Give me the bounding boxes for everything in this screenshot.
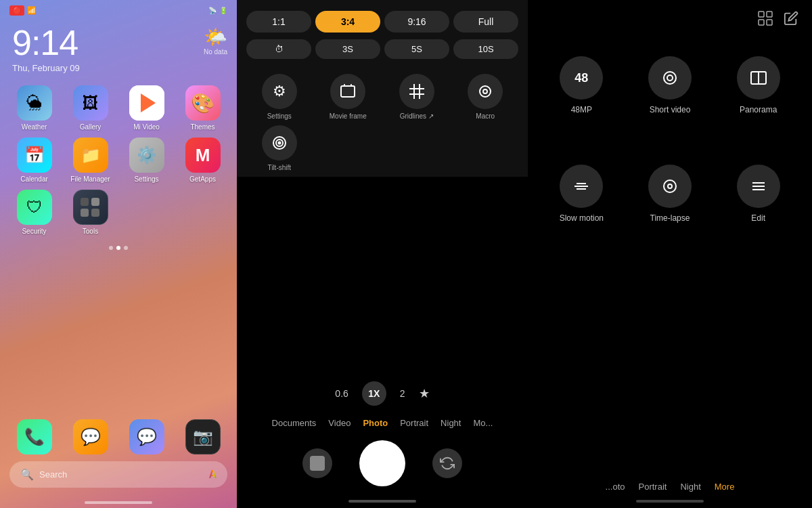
dock-icon-phone: 📞	[17, 419, 52, 454]
gallery-button[interactable]	[302, 448, 332, 478]
more-tab-photo[interactable]: ...oto	[606, 482, 625, 492]
ratio-1-1[interactable]: 1:1	[246, 11, 311, 33]
app-filemanager[interactable]: 📁 File Manager	[66, 137, 115, 183]
mode-panorama[interactable]: Panorama	[721, 56, 796, 151]
mode-timelapse[interactable]: Time-lapse	[633, 165, 708, 259]
more-tab-night[interactable]: Night	[680, 482, 700, 492]
dock-messages[interactable]: 💬	[66, 419, 115, 454]
mode-slow-motion-label: Slow motion	[560, 213, 604, 223]
app-weather[interactable]: 🌦 Weather	[9, 85, 59, 131]
mode-edit[interactable]: Edit	[721, 165, 796, 259]
dock-camera[interactable]: 📷	[178, 419, 227, 454]
cam-movieframe-label: Movie frame	[330, 112, 367, 120]
zoom-row: 0.6 1X 2 ★	[237, 375, 528, 412]
app-getapps[interactable]: M GetApps	[178, 137, 227, 183]
wifi-icon: 📡	[208, 7, 217, 14]
camera-screen: 1:1 3:4 9:16 Full ⏱ 3S 5S 10S ⚙ Settings…	[237, 0, 528, 508]
ratio-full[interactable]: Full	[453, 11, 518, 33]
battery-icon: 🔴	[9, 5, 24, 16]
svg-rect-12	[310, 456, 325, 471]
camera-preview: 0.6 1X 2 ★ Documents Video Photo Portrai…	[237, 177, 528, 508]
timer-10s[interactable]: 10S	[453, 39, 518, 59]
svg-point-8	[483, 89, 487, 93]
timer-off[interactable]: ⏱	[246, 39, 311, 59]
shutter-button[interactable]	[359, 440, 405, 486]
svg-point-11	[278, 142, 280, 144]
edit-icon[interactable]	[784, 11, 798, 29]
mode-48mp[interactable]: 48 48MP	[544, 56, 619, 151]
app-themes[interactable]: 🎨 Themes	[178, 85, 227, 131]
page-dots	[0, 242, 237, 254]
zoom-0-6[interactable]: 0.6	[335, 388, 348, 399]
grid-icon[interactable]	[758, 11, 773, 29]
cam-tiltshift[interactable]: Tilt-shift	[246, 125, 313, 171]
svg-rect-14	[767, 12, 772, 17]
cam-settings-label: Settings	[267, 112, 292, 120]
cam-gridlines[interactable]: Gridlines ↗	[384, 74, 450, 120]
dock-chat[interactable]: 💬	[122, 419, 171, 454]
app-label-gallery: Gallery	[80, 123, 102, 131]
cam-settings[interactable]: ⚙ Settings	[246, 74, 313, 120]
app-settings[interactable]: ⚙️ Settings	[122, 137, 171, 183]
more-bottom-mode-bar: ...oto Portrait Night More	[528, 475, 812, 500]
timer-5s[interactable]: 5S	[384, 39, 449, 59]
camera-top-controls: 1:1 3:4 9:16 Full ⏱ 3S 5S 10S	[237, 0, 528, 74]
zoom-2[interactable]: 2	[400, 388, 405, 399]
mode-edit-label: Edit	[751, 213, 765, 223]
mode-48mp-icon: 48	[560, 56, 603, 100]
mode-48mp-label: 48MP	[571, 105, 592, 114]
app-icon-security: 🛡	[17, 190, 52, 225]
mode-portrait[interactable]: Portrait	[400, 418, 428, 428]
more-top-bar	[528, 0, 812, 36]
status-left: 🔴 📶	[9, 5, 37, 16]
app-gallery[interactable]: 🖼 Gallery	[66, 85, 115, 131]
dock-icon-camera: 📷	[185, 419, 221, 454]
svg-rect-0	[341, 86, 355, 97]
more-tab-portrait[interactable]: Portrait	[639, 482, 667, 492]
more-home-bar	[636, 500, 704, 503]
cam-movieframe-icon	[330, 74, 365, 109]
cam-macro[interactable]: Macro	[453, 74, 519, 120]
app-security[interactable]: 🛡 Security	[9, 190, 59, 235]
mode-short-video[interactable]: Short video	[633, 56, 708, 151]
svg-rect-16	[767, 20, 772, 25]
svg-point-7	[480, 86, 491, 97]
dock-phone[interactable]: 📞	[9, 419, 59, 454]
mode-short-video-icon	[648, 56, 692, 100]
more-tab-more[interactable]: More	[715, 482, 735, 492]
search-bar[interactable]: 🔍 Search A	[9, 461, 227, 488]
status-right: 📡 🔋	[208, 7, 227, 14]
timer-3s[interactable]: 3S	[315, 39, 380, 59]
flip-camera-button[interactable]	[432, 448, 462, 478]
svg-rect-13	[759, 12, 764, 17]
mode-slow-motion[interactable]: Slow motion	[544, 165, 619, 259]
mode-panorama-icon	[737, 56, 780, 100]
mode-more[interactable]: Mo...	[473, 418, 493, 428]
status-bar: 🔴 📶 📡 🔋	[0, 0, 237, 18]
cam-movieframe[interactable]: Movie frame	[315, 74, 382, 120]
more-modes-screen: 48 48MP Short video Panorama	[528, 0, 812, 508]
dock-icon-chat: 💬	[129, 419, 164, 454]
weather-label: No data	[204, 48, 227, 56]
app-tools[interactable]: Tools	[66, 190, 115, 235]
mode-documents[interactable]: Documents	[272, 418, 317, 428]
ratio-3-4[interactable]: 3:4	[315, 11, 380, 33]
mode-video[interactable]: Video	[328, 418, 351, 428]
app-label-settings: Settings	[134, 175, 158, 183]
mode-edit-icon	[737, 165, 780, 208]
app-label-mivideo: Mi Video	[133, 123, 160, 131]
dock-row: 📞 💬 💬 📷	[9, 419, 227, 454]
ratio-9-16[interactable]: 9:16	[384, 11, 449, 33]
camera-icon-grid: ⚙ Settings Movie frame Gridlines ↗ Macro	[237, 74, 528, 120]
mode-photo[interactable]: Photo	[363, 418, 388, 428]
app-mivideo[interactable]: Mi Video	[122, 85, 171, 131]
mode-night[interactable]: Night	[441, 418, 461, 428]
weather-widget: 🌤️ No data	[204, 26, 227, 56]
app-calendar[interactable]: 📅 Calendar	[9, 137, 59, 183]
signal-icon: 📶	[27, 6, 37, 15]
camera-icon-grid-2: Tilt-shift	[237, 125, 528, 171]
home-indicator	[85, 501, 152, 504]
app-icon-gallery: 🖼	[73, 85, 108, 121]
svg-rect-15	[759, 20, 764, 25]
zoom-1x[interactable]: 1X	[362, 381, 386, 406]
